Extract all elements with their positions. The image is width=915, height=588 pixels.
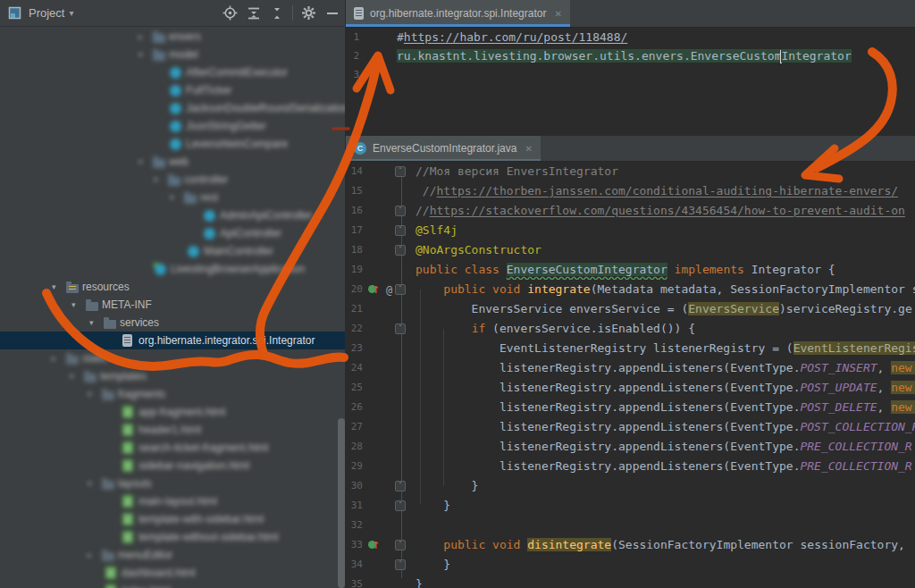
code-text[interactable]: EnversService enversService = (EnversSer… xyxy=(416,299,915,319)
code-text[interactable]: if (enversService.isEnabled()) { xyxy=(416,319,915,339)
tree-row[interactable]: ▾controller xyxy=(0,171,346,189)
code-line[interactable]: 2ru.knastnt.livesting.browser.utils.enve… xyxy=(346,46,915,65)
fold-marker[interactable]: ˅ xyxy=(395,225,406,236)
code-text[interactable]: } xyxy=(416,476,915,496)
tree-row[interactable]: ▸static xyxy=(0,349,346,367)
tree-expand-arrow[interactable]: ▸ xyxy=(139,31,143,42)
fold-marker[interactable]: ˄ xyxy=(395,481,406,491)
tree-row[interactable]: LivestingBrowserApplication xyxy=(0,260,346,278)
tree-row[interactable]: dashboard.html xyxy=(0,564,346,582)
tree-row[interactable]: main-layout.html xyxy=(0,492,346,510)
code-line[interactable]: 30˄ } xyxy=(346,476,915,496)
tree-row[interactable]: ▾rest xyxy=(0,189,346,206)
tree-row[interactable]: AdminApiController xyxy=(0,206,346,224)
tree-row[interactable]: ▾resources xyxy=(0,278,346,296)
code-text[interactable]: #https://habr.com/ru/post/118488/ xyxy=(397,28,915,46)
collapse-all-button[interactable] xyxy=(269,5,284,21)
tree-expand-arrow[interactable]: ▾ xyxy=(88,478,92,489)
tree-expand-arrow[interactable]: ▾ xyxy=(170,192,174,203)
code-line[interactable]: 1#https://habr.com/ru/post/118488/ xyxy=(346,28,915,46)
code-line[interactable]: 19public class EnverseCustomIntegrator i… xyxy=(346,260,915,280)
code-line[interactable]: 23 EventListenerRegistry listenerRegistr… xyxy=(346,339,915,358)
code-line[interactable]: 29 listenerRegistry.appendListeners(Even… xyxy=(346,457,915,476)
tree-row[interactable]: index.html xyxy=(0,582,346,588)
code-text[interactable]: //Моя версия EnversIntegrator xyxy=(416,162,915,181)
fold-marker[interactable]: ˅ xyxy=(395,166,406,177)
code-line[interactable]: 32 xyxy=(346,516,915,535)
tree-row[interactable]: ▸menuEditor xyxy=(0,546,346,564)
code-line[interactable]: 20@˅ public void integrate(Metadata meta… xyxy=(346,280,915,299)
code-text[interactable]: listenerRegistry.appendListeners(EventTy… xyxy=(416,398,915,417)
tree-row[interactable]: FullTicker xyxy=(0,81,346,99)
tree-row[interactable]: AfterCommitExecutor xyxy=(0,63,346,81)
fold-marker[interactable]: ˄ xyxy=(395,206,406,216)
tree-row[interactable]: app-fragment.html xyxy=(0,403,346,421)
close-icon[interactable]: ✕ xyxy=(525,144,532,154)
code-text[interactable]: public void integrate(Metadata metadata,… xyxy=(416,280,915,299)
code-text[interactable]: @Slf4j xyxy=(416,221,915,240)
code-text[interactable]: listenerRegistry.appendListeners(EventTy… xyxy=(416,358,915,378)
settings-gear-icon[interactable] xyxy=(301,5,316,21)
tree-row[interactable]: header1.html xyxy=(0,421,346,439)
tree-expand-arrow[interactable]: ▾ xyxy=(154,174,158,185)
fold-marker[interactable]: ˄ xyxy=(395,559,406,570)
tree-expand-arrow[interactable]: ▸ xyxy=(88,550,92,560)
expand-all-button[interactable] xyxy=(246,5,261,21)
override-gutter-icon[interactable] xyxy=(368,541,376,549)
tree-row[interactable]: template-without-sidebar.html xyxy=(0,528,346,546)
tree-row[interactable]: search-ticket-fragment.html xyxy=(0,439,346,457)
editor-bottom[interactable]: 14˅//Моя версия EnversIntegrator15 //htt… xyxy=(346,162,915,588)
code-text[interactable]: } xyxy=(416,575,915,588)
fold-marker[interactable]: ˄ xyxy=(395,245,406,256)
fold-marker[interactable]: ˅ xyxy=(395,540,406,550)
tab-integrator-spi-file[interactable]: org.hibernate.integrator.spi.Integrator … xyxy=(346,0,570,27)
code-text[interactable]: @NoArgsConstructor xyxy=(416,240,915,260)
fold-marker[interactable]: ˅ xyxy=(395,284,406,295)
code-line[interactable]: 21 EnversService enversService = (Envers… xyxy=(346,299,915,319)
tree-row[interactable]: JsonStringGetter xyxy=(0,117,346,135)
chevron-down-icon[interactable]: ▾ xyxy=(69,8,73,18)
tree-row[interactable]: template-with-sidebar.html xyxy=(0,510,346,528)
code-text[interactable]: public class EnverseCustomIntegrator imp… xyxy=(416,260,915,280)
tree-expand-arrow[interactable]: ▾ xyxy=(88,389,92,399)
code-line[interactable]: 33˅ public void disintegrate(SessionFact… xyxy=(346,535,915,555)
code-line[interactable]: 3 xyxy=(346,65,915,84)
code-text[interactable]: } xyxy=(416,496,915,516)
tree-row[interactable]: ▸envers xyxy=(0,28,346,46)
tree-row[interactable]: MainController xyxy=(0,242,346,260)
tree-row[interactable]: ApiController xyxy=(0,224,346,242)
code-text[interactable]: //https://thorben-janssen.com/conditiona… xyxy=(416,181,915,201)
code-line[interactable]: 14˅//Моя версия EnversIntegrator xyxy=(346,162,915,181)
code-text[interactable]: listenerRegistry.appendListeners(EventTy… xyxy=(416,437,915,457)
code-line[interactable]: 31˄ } xyxy=(346,496,915,516)
tree-expand-arrow[interactable]: ▾ xyxy=(71,299,76,310)
tree-row[interactable]: ▾META-INF xyxy=(0,296,346,314)
code-text[interactable]: EventListenerRegistry listenerRegistry =… xyxy=(416,339,915,358)
code-text[interactable]: listenerRegistry.appendListeners(EventTy… xyxy=(416,417,915,437)
tree-row[interactable]: org.hibernate.integrator.spi.Integrator xyxy=(0,332,346,349)
tab-enverse-custom-integrator[interactable]: C EnverseCustomIntegrator.java ✕ xyxy=(346,136,541,161)
code-line[interactable]: 26 listenerRegistry.appendListeners(Even… xyxy=(346,398,915,417)
code-line[interactable]: 18˄@NoArgsConstructor xyxy=(346,240,915,260)
tree-row[interactable]: ▾fragments xyxy=(0,385,346,403)
code-text[interactable] xyxy=(416,516,915,535)
code-line[interactable]: 16˄//https://stackoverflow.com/questions… xyxy=(346,201,915,221)
close-icon[interactable]: ✕ xyxy=(554,9,561,19)
tree-row[interactable]: ▾templates xyxy=(0,367,346,385)
panel-title[interactable]: Project xyxy=(29,6,64,20)
tree-expand-arrow[interactable]: ▾ xyxy=(70,371,74,382)
code-line[interactable]: 28 listenerRegistry.appendListeners(Even… xyxy=(346,437,915,457)
annotation-gutter-icon[interactable]: @ xyxy=(386,281,392,300)
code-text[interactable]: ru.knastnt.livesting.browser.utils.enver… xyxy=(397,46,915,65)
fold-marker[interactable]: ˄ xyxy=(395,500,406,511)
tree-expand-arrow[interactable]: ▸ xyxy=(52,353,56,364)
tree-expand-arrow[interactable]: ▾ xyxy=(139,156,143,167)
code-text[interactable]: //https://stackoverflow.com/questions/43… xyxy=(416,201,915,221)
tree-row[interactable]: sidebar-navigation.html xyxy=(0,457,346,475)
hide-panel-button[interactable] xyxy=(324,5,340,21)
code-text[interactable]: } xyxy=(416,555,915,575)
tree-row[interactable]: ▾layouts xyxy=(0,475,346,492)
code-text[interactable]: listenerRegistry.appendListeners(EventTy… xyxy=(416,378,915,398)
code-line[interactable]: 27 listenerRegistry.appendListeners(Even… xyxy=(346,417,915,437)
tree-expand-arrow[interactable]: ▾ xyxy=(89,317,94,328)
